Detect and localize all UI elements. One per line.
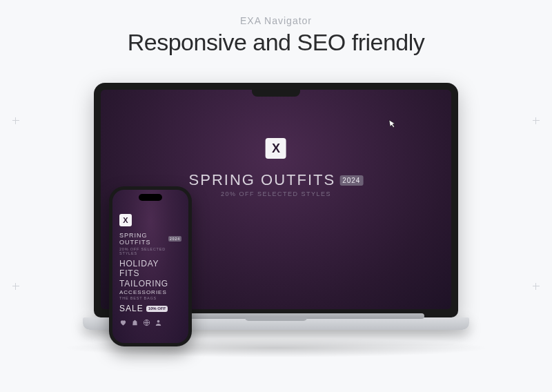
hero-title-text: SPRING OUTFITS (189, 171, 336, 189)
sale-label: SALE (119, 304, 144, 313)
year-badge: 2024 (168, 236, 181, 242)
sale-badge: 10% OFF (146, 306, 168, 312)
phone-subline: THE BEST BAGS (119, 296, 181, 300)
hero-title-line: SPRING OUTFITS 2024 (189, 171, 364, 189)
phone-screen: X SPRING OUTFITS 2024 20% OFF SELECTED S… (112, 190, 188, 343)
phone-content: X SPRING OUTFITS 2024 20% OFF SELECTED S… (112, 213, 188, 326)
phone-subline: 20% OFF SELECTED STYLES (119, 247, 181, 255)
phone-sale-row: SALE 10% OFF (119, 304, 181, 313)
bag-icon (131, 319, 139, 326)
globe-icon (143, 319, 150, 326)
eyebrow-label: EXA Navigator (0, 15, 552, 26)
phone-dynamic-island (139, 194, 162, 201)
device-mockup-stage: X SPRING OUTFITS 2024 20% OFF SELECTED S… (83, 83, 469, 373)
page-title: Responsive and SEO friendly (0, 29, 552, 56)
brand-logo-icon: X (119, 214, 132, 226)
year-badge: 2024 (339, 175, 363, 186)
laptop-content: X SPRING OUTFITS 2024 20% OFF SELECTED S… (189, 138, 364, 197)
phone-nav-item: TAILORING (119, 279, 181, 288)
user-icon (155, 319, 162, 326)
hero-header: EXA Navigator Responsive and SEO friendl… (0, 0, 552, 56)
svg-point-1 (157, 320, 160, 323)
hero-subline: 20% OFF SELECTED STYLES (189, 190, 364, 197)
phone-spring-label: SPRING OUTFITS (119, 232, 166, 246)
brand-logo-icon: X (266, 138, 286, 159)
heart-icon (119, 319, 127, 326)
phone-mockup: X SPRING OUTFITS 2024 20% OFF SELECTED S… (109, 186, 192, 346)
phone-nav-item: ACCESSORIES (119, 289, 181, 295)
phone-nav-item: HOLIDAY FITS (119, 259, 181, 278)
laptop-notch (252, 90, 300, 97)
phone-icon-row (119, 319, 181, 326)
phone-nav-item: SPRING OUTFITS 2024 (119, 232, 181, 246)
cursor-icon (388, 118, 397, 129)
